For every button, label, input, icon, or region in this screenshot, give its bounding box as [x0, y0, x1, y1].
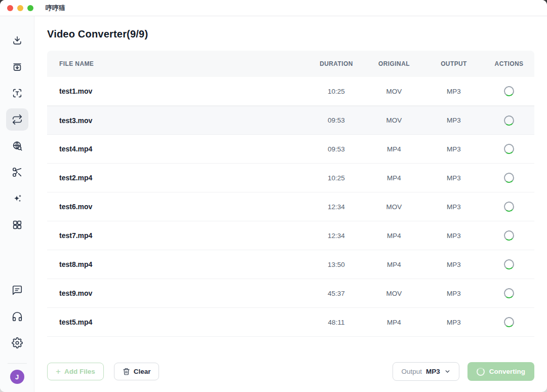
actions-cell	[484, 202, 534, 212]
original-format: MP4	[364, 174, 424, 182]
zoom-button[interactable]	[27, 5, 33, 11]
sidebar: J	[0, 16, 34, 392]
table-row[interactable]: test7.mp412:34MP4MP3	[47, 221, 534, 250]
table-row[interactable]: test3.mov09:53MOVMP3	[47, 106, 534, 135]
add-files-button[interactable]: + Add Files	[47, 363, 104, 380]
main-panel: Video Converter(9/9) FILE NAMEDURATIONOR…	[34, 16, 547, 392]
column-header-actions: ACTIONS	[484, 60, 534, 67]
sidebar-item-settings[interactable]	[6, 332, 28, 354]
avatar[interactable]: J	[10, 370, 24, 384]
sidebar-divider	[8, 363, 27, 364]
sidebar-item-feedback[interactable]	[6, 279, 28, 301]
sidebar-item-support[interactable]	[6, 305, 28, 328]
table-row[interactable]: test2.mp410:25MP4MP3	[47, 164, 534, 192]
traffic-lights	[7, 5, 33, 11]
duration: 45:37	[308, 290, 364, 297]
download-icon	[12, 35, 23, 46]
titlebar: 哼哼猫	[0, 0, 547, 16]
output-format-dropdown[interactable]: Output MP3	[393, 362, 459, 381]
column-header-output: OUTPUT	[424, 60, 484, 67]
web-search-icon	[12, 140, 23, 151]
column-header-duration: DURATION	[308, 60, 364, 67]
file-name: test6.mov	[47, 203, 308, 211]
actions-cell	[484, 144, 534, 154]
page-title: Video Converter(9/9)	[47, 28, 534, 40]
output-format: MP3	[424, 261, 484, 268]
window-title: 哼哼猫	[46, 4, 65, 13]
converting-button[interactable]: Converting	[467, 362, 534, 381]
file-name: test5.mp4	[47, 318, 308, 326]
sparkles-icon	[12, 193, 23, 204]
actions-cell	[484, 115, 534, 126]
chevron-down-icon	[444, 368, 451, 375]
file-name: test3.mov	[47, 116, 308, 125]
file-name: test1.mov	[47, 87, 308, 95]
text-capture-icon	[12, 88, 23, 99]
actions-cell	[484, 230, 534, 241]
file-name: test9.mov	[47, 289, 308, 297]
original-format: MP4	[364, 145, 424, 153]
settings-gear-icon	[12, 337, 23, 348]
original-format: MP4	[364, 261, 424, 268]
output-format: MP3	[424, 116, 484, 124]
actions-cell	[484, 173, 534, 183]
output-format: MP3	[424, 319, 484, 326]
actions-cell	[484, 259, 534, 269]
sidebar-item-text-capture[interactable]	[6, 82, 28, 104]
duration: 09:53	[308, 116, 364, 124]
sidebar-item-ai-tools[interactable]	[6, 187, 28, 210]
trash-icon	[123, 368, 130, 375]
minimize-button[interactable]	[17, 5, 23, 11]
file-name: test4.mp4	[47, 145, 308, 153]
converting-spinner	[503, 115, 515, 126]
original-format: MOV	[364, 290, 424, 297]
app-window: 哼哼猫	[0, 0, 547, 392]
table-row[interactable]: test5.mp448:11MP4MP3	[47, 308, 534, 337]
sidebar-item-trim[interactable]	[6, 161, 28, 183]
file-name: test7.mp4	[47, 231, 308, 240]
close-button[interactable]	[7, 5, 13, 11]
duration: 12:34	[308, 203, 364, 211]
converting-spinner	[503, 317, 515, 328]
actions-cell	[484, 86, 534, 96]
duration: 12:34	[308, 232, 364, 240]
convert-repeat-icon	[12, 114, 23, 125]
output-format: MP3	[424, 174, 484, 182]
actions-cell	[484, 288, 534, 298]
headset-icon	[12, 311, 23, 322]
scissors-icon	[12, 167, 23, 178]
sidebar-item-apps[interactable]	[6, 214, 28, 236]
sidebar-item-web-search[interactable]	[6, 135, 28, 157]
clear-button[interactable]: Clear	[114, 363, 160, 380]
grid-apps-icon	[12, 219, 23, 230]
duration: 48:11	[308, 319, 364, 326]
original-format: MP4	[364, 232, 424, 240]
output-value: MP3	[426, 368, 440, 375]
converting-spinner	[503, 259, 515, 270]
sidebar-item-download[interactable]	[6, 29, 28, 52]
original-format: MOV	[364, 203, 424, 211]
archive-download-icon	[12, 61, 23, 72]
original-format: MOV	[364, 88, 424, 95]
sidebar-item-archive-download[interactable]	[6, 56, 28, 78]
converting-button-spinner	[477, 368, 485, 376]
table-row[interactable]: test6.mov12:34MOVMP3	[47, 192, 534, 221]
table-row[interactable]: test9.mov45:37MOVMP3	[47, 279, 534, 308]
file-name: test8.mp4	[47, 260, 308, 268]
duration: 13:50	[308, 261, 364, 268]
column-header-file-name: FILE NAME	[47, 60, 308, 67]
plus-icon: +	[56, 367, 61, 376]
original-format: MOV	[364, 116, 424, 124]
table-row[interactable]: test8.mp413:50MP4MP3	[47, 250, 534, 279]
chat-feedback-icon	[12, 285, 23, 296]
duration: 10:25	[308, 174, 364, 182]
duration: 10:25	[308, 88, 364, 95]
column-header-original: ORIGINAL	[364, 60, 424, 67]
table-row[interactable]: test4.mp409:53MP4MP3	[47, 135, 534, 164]
footer-bar: + Add Files Clear Output MP3	[47, 362, 534, 381]
file-name: test2.mp4	[47, 174, 308, 182]
output-label: Output	[401, 368, 422, 375]
table-row[interactable]: test1.mov10:25MOVMP3	[47, 77, 534, 106]
sidebar-item-converter[interactable]	[6, 108, 28, 131]
output-format: MP3	[424, 232, 484, 240]
